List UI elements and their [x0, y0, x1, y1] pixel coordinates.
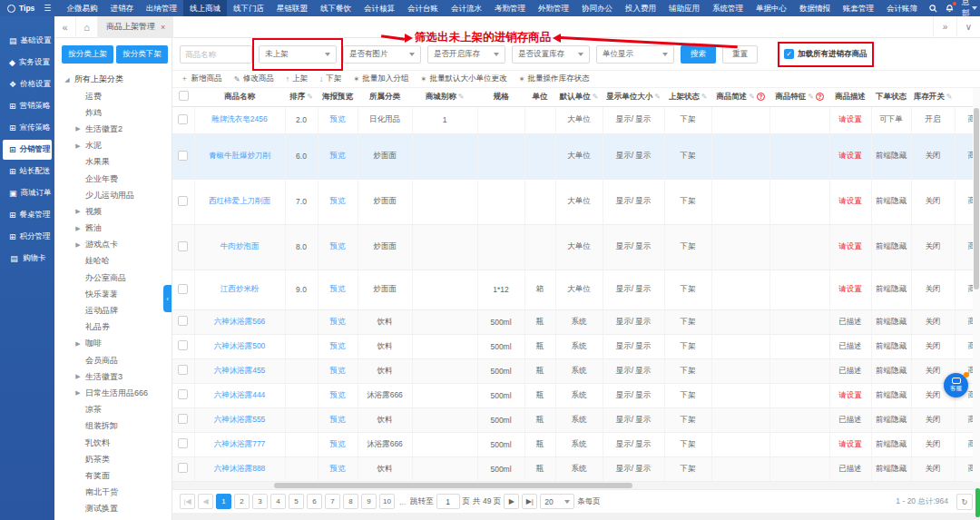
nav-item-辅助应用[interactable]: 辅助应用: [662, 0, 706, 16]
toolbar-修改商品[interactable]: ✎修改商品: [234, 74, 274, 84]
tree-item-奶茶类[interactable]: 奶茶类: [60, 451, 172, 467]
refresh-icon[interactable]: ↻: [956, 494, 973, 510]
horizontal-scrollbar-thumb[interactable]: [274, 483, 632, 488]
tree-item-企业年费[interactable]: 企业年费: [60, 171, 172, 187]
sidebar-item-分销管理[interactable]: ⊞分销管理: [3, 140, 52, 160]
checkbox-checked-icon[interactable]: ✓: [784, 49, 794, 59]
help-icon[interactable]: ?: [757, 93, 765, 101]
nav-item-协同办公[interactable]: 协同办公: [575, 0, 619, 16]
tree-item-游戏点卡[interactable]: ▶游戏点卡: [60, 237, 172, 253]
toolbar-批量操作库存状态[interactable]: ✶批量操作库存状态: [518, 74, 589, 84]
desc-set-link[interactable]: 请设置: [838, 241, 862, 250]
row-checkbox[interactable]: [178, 414, 188, 424]
filter-select-是否设置库存[interactable]: 是否设置库存: [512, 45, 590, 64]
page-size-select[interactable]: 20: [540, 494, 574, 509]
tree-item-运费[interactable]: 运费: [60, 88, 172, 104]
toolbar-新增商品[interactable]: ＋新增商品: [181, 74, 222, 84]
product-name-link[interactable]: 江西炒米粉: [220, 284, 260, 293]
filter-select-未上架[interactable]: 未上架: [259, 45, 337, 64]
nav-item-企微易购[interactable]: 企微易购: [60, 0, 103, 16]
nav-item-线下门店[interactable]: 线下门店: [227, 0, 270, 16]
desc-set-link[interactable]: 请设置: [838, 284, 862, 293]
row-checkbox[interactable]: [178, 316, 188, 326]
page-button-6[interactable]: 6: [307, 494, 322, 509]
tree-item-乳饮料[interactable]: 乳饮料: [60, 435, 172, 451]
collapse-left-icon[interactable]: «: [54, 16, 76, 38]
first-page-button[interactable]: |◀: [180, 494, 195, 509]
row-checkbox[interactable]: [178, 284, 188, 294]
preview-link[interactable]: 预览: [330, 366, 346, 375]
hamburger-icon[interactable]: ☰: [44, 4, 51, 13]
page-scrollbar-thumb[interactable]: [975, 488, 980, 517]
search-button[interactable]: 搜索: [681, 45, 716, 64]
row-checkbox[interactable]: [178, 241, 188, 251]
nav-item-星链联盟[interactable]: 星链联盟: [270, 0, 314, 16]
bell-icon[interactable]: [946, 4, 954, 13]
tree-item-办公室商品[interactable]: 办公室商品: [60, 270, 172, 286]
row-checkbox[interactable]: [178, 340, 188, 350]
tree-item-视频[interactable]: ▶视频: [60, 203, 172, 220]
nav-item-数据情报[interactable]: 数据情报: [793, 0, 837, 16]
tree-item-有奖面[interactable]: 有奖面: [60, 467, 172, 484]
tree-item-咖啡[interactable]: ▶咖啡: [60, 336, 172, 352]
tree-item-炸鸡[interactable]: 炸鸡: [60, 104, 172, 121]
sidebar-item-积分管理[interactable]: ⊞积分管理: [3, 227, 52, 247]
tree-item-凉茶[interactable]: 凉茶: [60, 402, 172, 418]
tree-item-娃哈哈[interactable]: 娃哈哈: [60, 253, 172, 270]
preview-link[interactable]: 预览: [330, 114, 346, 123]
nav-item-账套管理[interactable]: 账套管理: [837, 0, 880, 16]
desc-set-link[interactable]: 请设置: [838, 151, 862, 160]
page-button-7[interactable]: 7: [325, 494, 340, 509]
vertical-scrollbar-thumb[interactable]: [974, 108, 979, 289]
product-name-link[interactable]: 牛肉炒泡面: [220, 241, 260, 250]
product-name-link[interactable]: 六神沐浴露888: [214, 464, 266, 473]
product-name-link[interactable]: 青椒牛肚爆炒刀削: [209, 151, 270, 160]
page-button-2[interactable]: 2: [234, 494, 250, 509]
row-checkbox[interactable]: [178, 114, 188, 124]
load-all-checkbox-wrap[interactable]: ✓加载所有进销存商品: [784, 49, 867, 60]
sidebar-item-宣传策略[interactable]: ⊞宣传策略: [3, 118, 52, 138]
nav-item-线上商城[interactable]: 线上商城: [183, 0, 227, 16]
sidebar-item-商城订单[interactable]: ▣商城订单: [3, 183, 52, 203]
nav-item-系统管理[interactable]: 系统管理: [706, 0, 750, 16]
product-name-input[interactable]: [180, 45, 252, 64]
tree-item-水果果[interactable]: 水果果: [60, 154, 172, 171]
jump-page-input[interactable]: [436, 494, 460, 509]
preview-link[interactable]: 预览: [330, 196, 346, 205]
page-button-5[interactable]: 5: [289, 494, 304, 509]
panel-collapse-handle[interactable]: ‹: [163, 285, 172, 312]
tree-item-生活徽置2[interactable]: ▶生活徽置2: [60, 121, 172, 137]
row-checkbox[interactable]: [178, 463, 188, 473]
sidebar-item-餐桌管理[interactable]: ⊞餐桌管理: [3, 205, 52, 225]
preview-link[interactable]: 预览: [330, 341, 346, 350]
sidebar-item-价格设置[interactable]: ❖价格设置: [3, 74, 52, 94]
nav-item-考勤管理[interactable]: 考勤管理: [488, 0, 532, 16]
vertical-scrollbar[interactable]: [973, 88, 980, 482]
prev-page-button[interactable]: ◀: [198, 494, 213, 509]
tree-item-南北干货[interactable]: 南北干货: [60, 485, 172, 501]
shelf-down-by-category-button[interactable]: 按分类下架: [116, 45, 168, 64]
tree-item-测试换置[interactable]: 测试换置: [60, 501, 172, 517]
select-all-checkbox[interactable]: [179, 91, 189, 101]
tree-item-水泥[interactable]: ▶水泥: [60, 138, 172, 154]
nav-item-投入费用[interactable]: 投入费用: [619, 0, 662, 16]
page-button-4[interactable]: 4: [270, 494, 286, 509]
shelf-up-by-category-button[interactable]: 按分类上架: [62, 45, 113, 64]
nav-item-单据中心[interactable]: 单据中心: [750, 0, 793, 16]
chevron-down-icon[interactable]: ∨: [956, 16, 980, 38]
page-button-10[interactable]: 10: [379, 494, 395, 509]
preview-link[interactable]: 预览: [330, 390, 346, 399]
horizontal-scrollbar[interactable]: [172, 482, 980, 489]
nav-item-出纳管理[interactable]: 出纳管理: [140, 0, 183, 16]
help-icon[interactable]: ?: [816, 93, 824, 101]
preview-link[interactable]: 预览: [330, 415, 346, 424]
nav-item-会计账簿[interactable]: 会计账簿: [880, 0, 924, 16]
product-name-link[interactable]: 雕牌洗衣皂2456: [211, 114, 267, 123]
preview-link[interactable]: 预览: [330, 317, 346, 326]
tree-item-快乐薯薯[interactable]: 快乐薯薯: [60, 286, 172, 302]
nav-item-会计台账[interactable]: 会计台账: [401, 0, 445, 16]
search-icon[interactable]: [929, 5, 937, 13]
tree-item-组装拆卸[interactable]: 组装拆卸: [60, 418, 172, 435]
filter-select-是否开启库存[interactable]: 是否开启库存: [427, 45, 505, 64]
page-button-9[interactable]: 9: [361, 494, 377, 509]
